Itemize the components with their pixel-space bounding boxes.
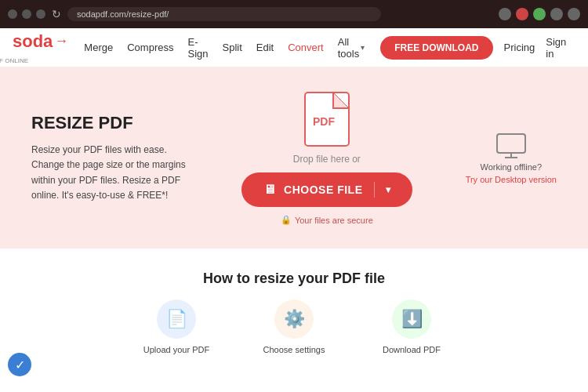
drop-text: Drop file here or xyxy=(293,154,361,165)
browser-extension-icons xyxy=(499,8,580,20)
step-1-icon: 📄 xyxy=(157,299,196,339)
browser-dot-1 xyxy=(8,9,17,19)
nav-all-tools[interactable]: All tools ▾ xyxy=(338,36,365,60)
nav-links: Merge Compress E-Sign Split Edit Convert… xyxy=(84,36,365,60)
browser-dot-3 xyxy=(36,9,45,19)
step-2: ⚙️ Choose settings xyxy=(247,299,341,354)
svg-rect-2 xyxy=(497,134,525,153)
security-badge[interactable]: ✓ xyxy=(8,353,31,376)
step-1: 📄 Upload your PDF xyxy=(129,299,223,354)
address-bar[interactable]: sodapdf.com/resize-pdf/ xyxy=(67,7,381,21)
hero-section: RESIZE PDF Resize your PDF files with ea… xyxy=(0,67,588,249)
ext-icon-5 xyxy=(568,8,580,20)
logo-tagline: PDF ONLINE xyxy=(0,58,28,64)
hero-center: PDF Drop file here or 🖥 CHOOSE FILE ▾ 🔒 … xyxy=(241,91,412,225)
nav-right: FREE DOWNLOAD Pricing Sign in xyxy=(380,36,575,60)
secure-text: Your files are secure xyxy=(295,216,373,225)
desktop-version-link[interactable]: Try our Desktop version xyxy=(466,175,557,184)
navbar: soda → PDF ONLINE Merge Compress E-Sign … xyxy=(0,28,588,67)
refresh-icon[interactable]: ↻ xyxy=(52,8,61,20)
how-to-title: How to resize your PDF file xyxy=(31,270,557,287)
hero-description: Resize your PDF files with ease. Change … xyxy=(31,143,188,203)
nav-signin[interactable]: Sign in xyxy=(546,36,575,60)
step-2-icon: ⚙️ xyxy=(274,299,314,339)
step-1-label: Upload your PDF xyxy=(143,345,209,354)
logo-text: soda xyxy=(13,31,53,52)
ext-icon-1 xyxy=(499,8,511,20)
how-to-steps: 📄 Upload your PDF ⚙️ Choose settings ⬇️ … xyxy=(31,299,557,354)
choose-file-button[interactable]: 🖥 CHOOSE FILE ▾ xyxy=(241,172,412,207)
button-divider xyxy=(374,182,375,198)
monitor-svg xyxy=(495,132,527,159)
shield-icon: ✓ xyxy=(15,358,25,372)
step-3-icon: ⬇️ xyxy=(392,299,431,339)
browser-dot-2 xyxy=(22,9,31,19)
step-3-label: Download PDF xyxy=(383,345,441,354)
step-2-label: Choose settings xyxy=(263,345,325,354)
ext-icon-3 xyxy=(533,8,546,20)
monitor-icon: 🖥 xyxy=(263,183,277,197)
nav-merge[interactable]: Merge xyxy=(84,42,113,53)
offline-text: Working offline? xyxy=(481,162,542,172)
button-chevron: ▾ xyxy=(386,184,391,195)
nav-compress[interactable]: Compress xyxy=(127,42,173,53)
how-to-section: How to resize your PDF file 📄 Upload you… xyxy=(0,249,588,370)
nav-esign[interactable]: E-Sign xyxy=(187,36,208,60)
logo-arrow: → xyxy=(54,33,68,49)
all-tools-chevron: ▾ xyxy=(361,43,365,52)
step-3: ⬇️ Download PDF xyxy=(365,299,459,354)
pdf-drop-area[interactable]: PDF Drop file here or xyxy=(293,91,361,165)
browser-chrome: ↻ sodapdf.com/resize-pdf/ xyxy=(0,0,588,28)
nav-convert[interactable]: Convert xyxy=(288,42,324,53)
hero-left: RESIZE PDF Resize your PDF files with ea… xyxy=(31,113,188,203)
ext-icon-2 xyxy=(516,8,528,20)
choose-file-label: CHOOSE FILE xyxy=(284,183,362,196)
hero-title: RESIZE PDF xyxy=(31,113,188,133)
logo: soda → xyxy=(13,31,68,52)
nav-split[interactable]: Split xyxy=(223,42,242,53)
ext-icon-4 xyxy=(550,8,563,20)
nav-edit[interactable]: Edit xyxy=(256,42,274,53)
secure-text-container: 🔒 Your files are secure xyxy=(281,215,373,225)
hero-right: Working offline? Try our Desktop version xyxy=(466,132,557,184)
browser-controls xyxy=(8,9,45,19)
logo-wrapper[interactable]: soda → PDF ONLINE xyxy=(13,31,68,64)
pdf-icon: PDF xyxy=(303,91,350,147)
free-download-button[interactable]: FREE DOWNLOAD xyxy=(380,36,492,60)
nav-pricing[interactable]: Pricing xyxy=(504,42,535,53)
lock-icon: 🔒 xyxy=(281,215,292,225)
svg-text:PDF: PDF xyxy=(313,115,335,128)
